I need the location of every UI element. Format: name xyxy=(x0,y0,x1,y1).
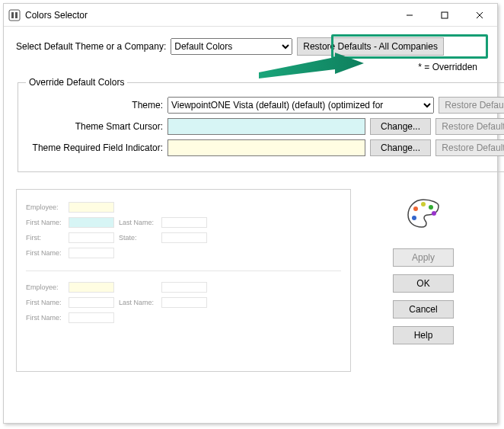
title-bar: Colors Selector xyxy=(4,4,497,27)
preview-field xyxy=(69,248,114,258)
svg-rect-2 xyxy=(15,12,18,18)
override-group: Override Default Colors Theme: Viewpoint… xyxy=(18,77,504,172)
preview-field xyxy=(69,312,114,323)
select-theme-label: Select Default Theme or a Company: xyxy=(16,41,166,52)
smart-cursor-swatch xyxy=(167,118,365,135)
preview-panel: Employee: First Name: Last Name: First: … xyxy=(16,189,351,372)
required-field-change-button[interactable]: Change... xyxy=(370,139,431,156)
overridden-note: * = Overridden xyxy=(363,62,485,72)
palette-icon xyxy=(405,195,442,232)
help-button[interactable]: Help xyxy=(393,326,454,344)
override-legend: Override Default Colors xyxy=(26,77,127,88)
svg-point-9 xyxy=(429,205,433,210)
svg-rect-0 xyxy=(9,10,20,21)
svg-point-7 xyxy=(413,206,418,211)
preview-field xyxy=(161,297,207,308)
preview-label: Employee: xyxy=(26,284,64,291)
preview-label: Last Name: xyxy=(119,299,157,306)
preview-field xyxy=(69,282,114,293)
window-title: Colors Selector xyxy=(25,10,88,21)
preview-label: State: xyxy=(119,235,157,242)
required-field-label: Theme Required Field Indicator: xyxy=(26,142,163,153)
svg-point-8 xyxy=(421,202,426,206)
svg-rect-4 xyxy=(442,12,448,18)
required-field-swatch xyxy=(167,139,365,156)
theme-label: Theme: xyxy=(26,100,163,110)
preview-field xyxy=(69,297,114,308)
svg-point-11 xyxy=(432,211,436,216)
preview-label: First Name: xyxy=(26,299,64,306)
app-icon xyxy=(8,9,21,21)
apply-button[interactable]: Apply xyxy=(393,248,454,267)
ok-button[interactable]: OK xyxy=(393,274,454,293)
svg-point-10 xyxy=(412,216,416,220)
preview-label: First Name: xyxy=(26,315,64,322)
company-theme-select[interactable]: Default Colors xyxy=(171,38,292,55)
svg-rect-1 xyxy=(11,12,14,18)
window-frame: Colors Selector Select Default Theme or … xyxy=(3,3,498,424)
theme-dropdown[interactable]: ViewpointONE Vista (default) (default) (… xyxy=(167,97,434,114)
preview-label: Last Name: xyxy=(119,219,157,226)
preview-label: Employee: xyxy=(26,204,64,211)
preview-field xyxy=(69,217,114,228)
cancel-button[interactable]: Cancel xyxy=(393,300,454,319)
preview-label: First: xyxy=(26,235,64,242)
required-field-restore-button[interactable]: Restore Default xyxy=(435,139,504,156)
preview-field xyxy=(69,232,114,243)
preview-field xyxy=(69,202,114,213)
close-button[interactable] xyxy=(462,4,497,26)
preview-field xyxy=(161,282,207,293)
maximize-button[interactable] xyxy=(427,4,462,26)
preview-label: First Name: xyxy=(26,250,64,257)
restore-defaults-all-button[interactable]: Restore Defaults - All Companies xyxy=(297,37,444,56)
minimize-button[interactable] xyxy=(392,4,427,26)
smart-cursor-label: Theme Smart Cursor: xyxy=(26,121,163,132)
smart-cursor-change-button[interactable]: Change... xyxy=(370,118,431,135)
theme-restore-button[interactable]: Restore Default xyxy=(439,97,504,114)
preview-label: First Name: xyxy=(26,219,64,226)
preview-field xyxy=(161,217,207,228)
smart-cursor-restore-button[interactable]: Restore Default xyxy=(435,118,504,135)
preview-field xyxy=(161,232,207,243)
